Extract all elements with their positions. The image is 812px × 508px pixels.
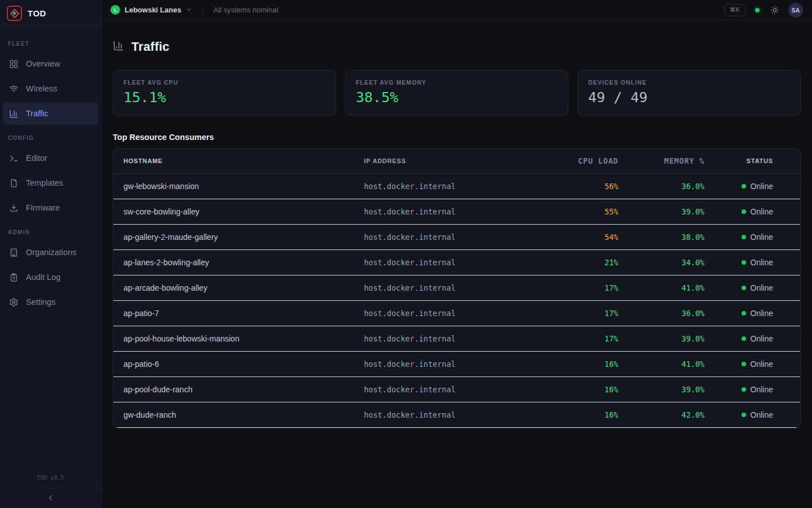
- ip-cell: host.docker.internal: [357, 224, 550, 249]
- ip-cell: host.docker.internal: [357, 300, 550, 326]
- sidebar-item-audit-log[interactable]: Audit Log: [3, 266, 98, 288]
- memory-cell: 36.0%: [628, 300, 716, 326]
- app-logo[interactable]: TOD: [0, 0, 101, 27]
- chevron-left-icon: [47, 494, 55, 502]
- sidebar-item-templates[interactable]: Templates: [3, 172, 98, 194]
- topbar: L Lebowski Lanes All systems nominal ⌘K …: [102, 0, 812, 20]
- theme-toggle-button[interactable]: [769, 5, 780, 16]
- ip-cell: host.docker.internal: [357, 173, 550, 199]
- status-cell: Online: [716, 199, 800, 224]
- org-name: Lebowski Lanes: [125, 6, 181, 14]
- sidebar-collapse-button[interactable]: [41, 492, 60, 503]
- status-text: Online: [751, 258, 773, 267]
- hostname-cell: ap-patio-7: [113, 300, 357, 326]
- memory-cell: 36.0%: [628, 173, 716, 199]
- table-row[interactable]: ap-patio-6 host.docker.internal 16% 41.0…: [113, 351, 800, 376]
- hostname-cell: ap-patio-6: [113, 351, 357, 376]
- sidebar-item-overview[interactable]: Overview: [3, 52, 98, 75]
- bar-chart-icon: [9, 109, 19, 119]
- stat-card-fleet-avg-memory: FLEET AVG MEMORY 38.5%: [345, 70, 568, 116]
- online-dot-icon: [742, 209, 746, 214]
- column-header-status: STATUS: [716, 149, 800, 173]
- status-text: Online: [751, 207, 773, 216]
- table-row[interactable]: ap-pool-dude-ranch host.docker.internal …: [113, 376, 800, 402]
- table-row[interactable]: ap-patio-7 host.docker.internal 17% 36.0…: [113, 300, 800, 326]
- stat-value: 38.5%: [356, 89, 558, 106]
- gear-icon: [9, 297, 19, 307]
- org-switcher[interactable]: L Lebowski Lanes: [111, 5, 192, 15]
- hostname-cell: gw-dude-ranch: [113, 402, 357, 427]
- app-root: TOD FLEET Overview Wireless Traffic CONF…: [0, 0, 812, 508]
- topbar-divider: [202, 6, 203, 15]
- sidebar-item-editor[interactable]: Editor: [3, 147, 98, 169]
- online-dot-icon: [742, 413, 746, 417]
- ip-cell: host.docker.internal: [357, 376, 550, 402]
- table-header-row: HOSTNAMEIP ADDRESSCPU LOADMEMORY %STATUS: [113, 149, 800, 173]
- cpu-cell: 16%: [551, 376, 629, 402]
- ip-cell: host.docker.internal: [357, 249, 550, 275]
- table-row[interactable]: ap-pool-house-lebowski-mansion host.dock…: [113, 326, 800, 351]
- ip-cell: host.docker.internal: [357, 326, 550, 351]
- sidebar-section-admin: Organizations Audit Log Settings: [0, 240, 101, 314]
- wifi-icon: [9, 84, 19, 94]
- status-text: Online: [751, 233, 773, 242]
- hostname-cell: ap-arcade-bowling-alley: [113, 275, 357, 300]
- sidebar-item-settings[interactable]: Settings: [3, 291, 98, 313]
- sidebar-item-wireless[interactable]: Wireless: [3, 77, 98, 100]
- status-cell: Online: [716, 224, 800, 249]
- sidebar-item-organizations[interactable]: Organizations: [3, 241, 98, 264]
- table-row[interactable]: sw-core-bowling-alley host.docker.intern…: [113, 199, 800, 224]
- cpu-cell: 17%: [551, 275, 629, 300]
- org-avatar: L: [111, 5, 120, 15]
- sidebar-nav: FLEET Overview Wireless Traffic CONFIG E…: [0, 27, 101, 314]
- online-dot-icon: [742, 260, 746, 265]
- consumers-table-card: HOSTNAMEIP ADDRESSCPU LOADMEMORY %STATUS…: [113, 148, 801, 428]
- cpu-cell: 16%: [551, 402, 629, 427]
- status-text: Online: [751, 410, 773, 419]
- table-title: Top Resource Consumers: [113, 133, 801, 142]
- table-row[interactable]: ap-gallery-2-maude-gallery host.docker.i…: [113, 224, 800, 249]
- stat-label: DEVICES ONLINE: [588, 79, 790, 86]
- sidebar-section-config: Editor Templates Firmware: [0, 146, 101, 220]
- hostname-cell: ap-gallery-2-maude-gallery: [113, 224, 357, 249]
- column-header-ip-address: IP ADDRESS: [357, 149, 550, 173]
- command-palette-button[interactable]: ⌘K: [724, 4, 745, 16]
- status-cell: Online: [716, 351, 800, 376]
- stat-card-devices-online: DEVICES ONLINE 49 / 49: [577, 70, 801, 116]
- stat-card-fleet-avg-cpu: FLEET AVG CPU 15.1%: [113, 70, 336, 116]
- user-avatar[interactable]: SA: [788, 3, 803, 17]
- main-area: L Lebowski Lanes All systems nominal ⌘K …: [102, 0, 812, 508]
- page-title: Traffic: [131, 40, 169, 54]
- hostname-cell: ap-pool-dude-ranch: [113, 376, 357, 402]
- bar-chart-icon: [113, 40, 124, 54]
- memory-cell: 34.0%: [628, 249, 716, 275]
- cpu-cell: 21%: [551, 249, 629, 275]
- table-header: HOSTNAMEIP ADDRESSCPU LOADMEMORY %STATUS: [113, 149, 800, 173]
- sidebar-item-firmware[interactable]: Firmware: [3, 196, 98, 219]
- hostname-cell: sw-core-bowling-alley: [113, 199, 357, 224]
- table-row[interactable]: gw-dude-ranch host.docker.internal 16% 4…: [113, 402, 800, 427]
- hostname-cell: ap-lanes-2-bowling-alley: [113, 249, 357, 275]
- status-text: Online: [751, 182, 773, 191]
- download-icon: [9, 203, 19, 213]
- table-row[interactable]: ap-lanes-2-bowling-alley host.docker.int…: [113, 249, 800, 275]
- file-icon: [9, 178, 19, 188]
- table-row[interactable]: gw-lebowski-mansion host.docker.internal…: [113, 173, 800, 199]
- online-dot-icon: [742, 235, 746, 239]
- online-dot-icon: [742, 184, 746, 189]
- column-header-hostname: HOSTNAME: [113, 149, 357, 173]
- online-dot-icon: [742, 311, 746, 316]
- online-dot-icon: [742, 286, 746, 290]
- consumers-table: HOSTNAMEIP ADDRESSCPU LOADMEMORY %STATUS…: [113, 149, 800, 428]
- sidebar-item-traffic[interactable]: Traffic: [3, 102, 98, 125]
- sidebar-footer: TOD v9.5: [0, 469, 101, 508]
- stat-value: 15.1%: [123, 89, 325, 106]
- hostname-cell: gw-lebowski-mansion: [113, 173, 357, 199]
- memory-cell: 41.0%: [628, 351, 716, 376]
- rug-logo-icon: [7, 6, 22, 21]
- online-dot-icon: [742, 336, 746, 341]
- stat-label: FLEET AVG MEMORY: [356, 79, 558, 86]
- clipboard-icon: [9, 273, 19, 282]
- table-row[interactable]: ap-arcade-bowling-alley host.docker.inte…: [113, 275, 800, 300]
- cpu-cell: 16%: [551, 351, 629, 376]
